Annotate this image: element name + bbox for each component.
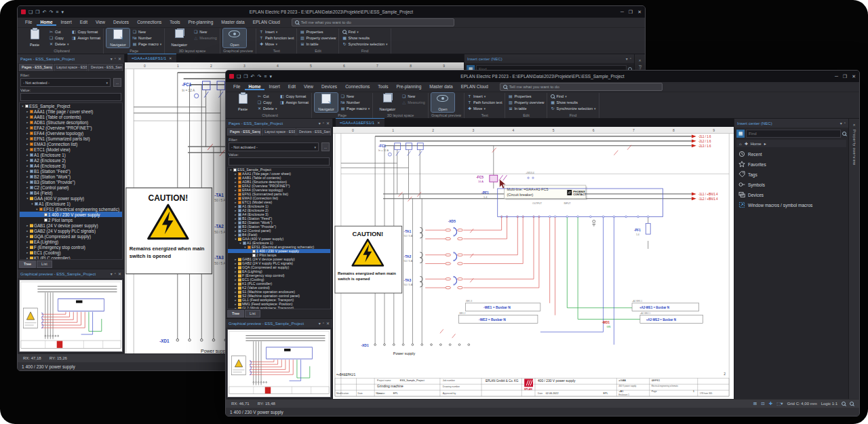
- grid-icon[interactable]: ⊡: [761, 402, 764, 406]
- text-insert-button[interactable]: TInsert▾: [259, 29, 294, 35]
- tree-item[interactable]: ▸B2 (Station "Work"): [20, 174, 122, 179]
- delete-button[interactable]: ✕Delete▾: [257, 106, 277, 111]
- tab-devices[interactable]: Devices - ESS_Sample_...: [296, 128, 331, 136]
- text-insert-button[interactable]: TInsert▾: [467, 94, 502, 99]
- insert-center-item-window-macros-symbol-macros[interactable]: Window macros / symbol macros: [738, 201, 844, 208]
- tree-item[interactable]: ▸EFA2 (Overview "PROFINET"): [20, 125, 122, 130]
- tree-item[interactable]: ▾EFS1 (Electrical engineering schematic): [20, 206, 122, 212]
- qat-undo-icon[interactable]: ↶: [251, 74, 255, 79]
- ribbon-tab-tools[interactable]: Tools: [166, 19, 183, 26]
- move-button[interactable]: ✚Move▾: [467, 106, 502, 111]
- insert-center-item-devices[interactable]: Devices: [738, 191, 844, 198]
- tree-item[interactable]: ▸AAB1 (Table of contents): [20, 114, 122, 119]
- tree-item[interactable]: ▸F (Emergency stop control): [20, 244, 122, 250]
- minimize-button[interactable]: ─: [835, 74, 838, 79]
- tree-item[interactable]: ▾GAA (400 V power supply): [20, 195, 122, 201]
- terminal-strip-xd1[interactable]: -XD1 Power supply: [361, 344, 469, 355]
- open-preview-button[interactable]: Open: [223, 28, 246, 47]
- panel-pin-icon[interactable]: ▫: [323, 321, 324, 326]
- component-fc1[interactable]: -FC1 In = 32 A: [378, 143, 423, 199]
- page-macro-button[interactable]: ▤Page macro▾: [340, 106, 370, 111]
- synchronize-selection-button[interactable]: ↻Synchronize selection▾: [342, 41, 387, 47]
- ribbon-tab-insert[interactable]: Insert: [266, 83, 283, 91]
- ribbon-tab-connections[interactable]: Connections: [134, 19, 165, 26]
- ribbon-tab-eplan-cloud[interactable]: EPLAN Cloud: [458, 83, 492, 91]
- selection-mode-icon[interactable]: ⬚▾: [776, 402, 783, 406]
- assign-format-button[interactable]: ◨Assign format: [279, 100, 309, 105]
- layout-navigator-button[interactable]: Navigator: [167, 28, 191, 47]
- component-ta2[interactable]: -TA2 50 / 5 A: [404, 252, 423, 263]
- qat-print-icon[interactable]: ≡: [264, 74, 267, 79]
- insert-center-find-input[interactable]: [746, 130, 841, 138]
- tree-item[interactable]: ▸A1 (Enclosure 1): [20, 152, 122, 157]
- ribbon-tab-file[interactable]: File: [230, 83, 243, 91]
- component-xd5[interactable]: -XD5: [446, 220, 463, 289]
- ribbon-tab-view[interactable]: View: [92, 19, 108, 26]
- move-button[interactable]: ✚Move▾: [259, 41, 294, 47]
- ribbon-tab-home[interactable]: Home: [245, 83, 264, 91]
- value-input[interactable]: [20, 93, 121, 101]
- panel-pin-icon[interactable]: ▫: [323, 121, 324, 126]
- cut-button[interactable]: ✂Cut: [49, 29, 68, 35]
- ribbon-search[interactable]: Tell me what you want to do: [292, 18, 454, 26]
- ribbon-tab-insert[interactable]: Insert: [58, 19, 75, 26]
- qat-undo-icon[interactable]: ↶: [43, 9, 47, 14]
- filter-combobox[interactable]: - Not activated - ▾: [20, 78, 111, 87]
- path-function-text-button[interactable]: TPath function text: [467, 100, 502, 105]
- plus-icon[interactable]: ✚: [769, 402, 772, 406]
- tab-tree[interactable]: Tree: [19, 261, 36, 268]
- panel-pin-icon[interactable]: ▫: [630, 56, 631, 61]
- ribbon-tab-master-data[interactable]: Master data: [218, 19, 248, 26]
- find-button[interactable]: Find▾: [550, 94, 595, 99]
- tree-item[interactable]: ▸ADB1 (Structure description): [20, 119, 122, 125]
- component-pf1-resistor[interactable]: -PF1 1.4: [634, 223, 650, 236]
- eplan-window-front[interactable]: ❏ ❐ ↶ ↷ ≡ ▾ EPLAN Electric P8 2023 - E:\…: [225, 70, 860, 417]
- tab-pages[interactable]: Pages - ESS_Sample_P...: [227, 128, 261, 136]
- tree-item[interactable]: ▸EFA4 (Overview topology): [20, 130, 122, 136]
- snap-icon[interactable]: ⊞: [753, 402, 757, 406]
- copy-format-button[interactable]: ◧Copy format: [279, 94, 309, 99]
- property-overview-button[interactable]: ▥Property overview: [508, 100, 544, 105]
- tree-item[interactable]: ▸A2 (Enclosure 2): [20, 157, 122, 163]
- paste-button[interactable]: Paste: [231, 93, 254, 112]
- ribbon-tab-view[interactable]: View: [300, 83, 317, 91]
- zoom-in-icon[interactable]: [842, 402, 846, 406]
- panel-menu-icon[interactable]: ▾: [111, 271, 113, 276]
- qat-dropdown-icon[interactable]: ▾: [61, 9, 64, 14]
- page-number-button[interactable]: №Number: [132, 35, 161, 41]
- ribbon-tab-home[interactable]: Home: [37, 19, 56, 26]
- pages-tree[interactable]: ▾ESS_Sample_Project▸AAA1 (Title page / c…: [227, 167, 331, 309]
- synchronize-selection-button[interactable]: ↻Synchronize selection▾: [550, 106, 595, 111]
- tree-item[interactable]: ▸AAA1 (Title page / cover sheet): [20, 109, 122, 114]
- panel-pin-icon[interactable]: ▫: [115, 56, 116, 61]
- minimize-button[interactable]: ─: [620, 9, 624, 15]
- tree-item[interactable]: ▸EC1 (Cooling): [20, 250, 122, 255]
- cut-button[interactable]: ✂Cut: [257, 94, 277, 99]
- in-table-button[interactable]: ⊞In table: [508, 106, 544, 111]
- panel-menu-icon[interactable]: ▾: [840, 121, 842, 126]
- panel-menu-icon[interactable]: ▾: [626, 56, 628, 61]
- panel-close-icon[interactable]: ✕: [326, 121, 330, 126]
- insert-center-item-recent[interactable]: Recent: [738, 151, 844, 157]
- insert-center-item-favorites[interactable]: Favorites: [738, 161, 844, 168]
- panel-pin-icon[interactable]: ▫: [844, 121, 846, 126]
- property-overview-button[interactable]: ▥Property overview: [300, 35, 336, 41]
- copy-button[interactable]: ❏Copy: [49, 35, 68, 41]
- tree-item[interactable]: ▸EFN1 (Summarized parts list): [20, 136, 122, 141]
- close-button[interactable]: ✕: [852, 74, 856, 79]
- schematic-canvas[interactable]: -2L1 / 1.6 -2L2 / 1.6 -2L3 / 1.6 -1L1 / …: [333, 134, 734, 399]
- tree-item[interactable]: ▸EA (Lighting): [20, 239, 122, 244]
- zoom-out-icon[interactable]: [850, 402, 854, 406]
- panel-close-icon[interactable]: ✕: [326, 321, 330, 326]
- panel-menu-icon[interactable]: ▾: [319, 321, 321, 326]
- ribbon-tab-connections[interactable]: Connections: [342, 83, 373, 91]
- insert-center-item-symbols[interactable]: Symbols: [738, 181, 844, 188]
- tab-close-icon[interactable]: ✕: [169, 56, 172, 60]
- open-preview-button[interactable]: Open: [431, 93, 454, 112]
- page-macro-button[interactable]: ▤Page macro▾: [132, 41, 161, 47]
- qat-redo-icon[interactable]: ↷: [49, 9, 53, 14]
- layout-navigator-button[interactable]: Navigator: [376, 93, 399, 112]
- page-navigator-button[interactable]: Navigator: [106, 28, 130, 47]
- layout-new-button[interactable]: ❏New: [401, 94, 425, 99]
- tab-close-icon[interactable]: ✕: [377, 121, 380, 125]
